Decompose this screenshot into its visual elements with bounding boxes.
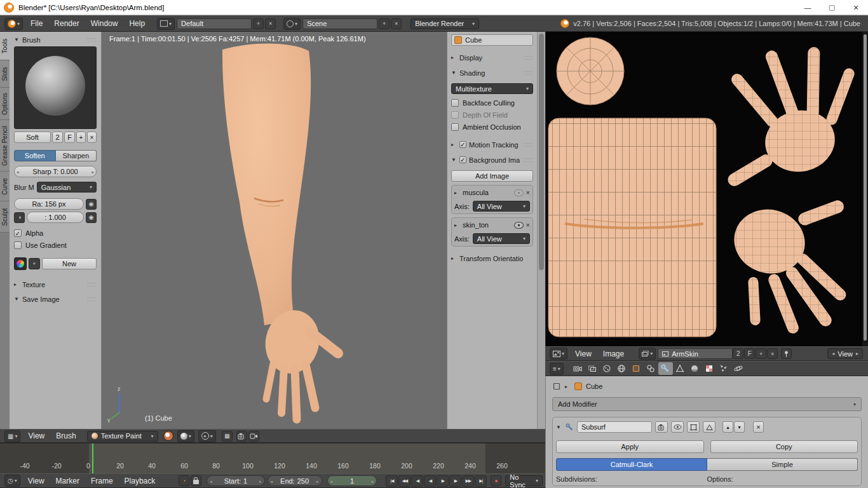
motion-tracking-panel-header[interactable]: ▸ ✓ Motion Tracking :::: — [451, 139, 533, 150]
scrollbar-thumb[interactable] — [864, 34, 867, 341]
prev-keyframe-button[interactable]: ◀◀ — [398, 475, 410, 487]
spin-left-icon[interactable]: ◂ — [17, 170, 19, 175]
mode-select[interactable]: Texture Paint ▾ — [87, 431, 158, 442]
viewport-scrollbar[interactable] — [537, 32, 545, 429]
tab-physics[interactable] — [731, 362, 746, 375]
playhead[interactable] — [92, 444, 93, 473]
tab-object[interactable] — [629, 362, 644, 375]
add-modifier-select[interactable]: Add Modifier ▾ — [552, 397, 862, 411]
modifier-show-edit-toggle[interactable] — [687, 421, 700, 433]
image-fake-user-button[interactable]: F — [744, 348, 755, 359]
tab-world[interactable] — [614, 362, 629, 375]
display-panel-header[interactable]: ▸ Display :::: — [451, 52, 533, 63]
spin-right-icon[interactable]: ▸ — [856, 351, 858, 356]
add-scene-button[interactable]: + — [379, 18, 390, 29]
unlink-brush-button[interactable]: × — [87, 132, 97, 143]
object-name-field[interactable]: Cube — [451, 34, 533, 46]
delete-scene-button[interactable]: × — [391, 18, 402, 29]
menu-image[interactable]: Image — [597, 349, 630, 358]
editor-type-button-info[interactable]: ▾ — [4, 18, 23, 30]
timeline-track[interactable]: -40 -20 0 20 40 60 80 100 120 140 160 18… — [0, 443, 545, 473]
depth-of-field-checkbox[interactable] — [451, 111, 459, 119]
new-texture-button[interactable]: New — [42, 258, 97, 269]
visibility-eye-icon[interactable] — [514, 189, 524, 196]
add-image-button[interactable]: Add Image — [451, 170, 533, 182]
spin-left-icon[interactable]: ◂ — [832, 351, 834, 356]
tab-slots[interactable]: Slots — [0, 60, 10, 88]
image-browse-button[interactable]: ▾ — [639, 348, 656, 360]
expand-modifier-icon[interactable]: ▼ — [556, 424, 562, 430]
image-editor-scrollbar[interactable] — [862, 32, 868, 346]
panel-drag-dots-icon[interactable]: :::: — [524, 141, 533, 148]
editor-type-button-properties[interactable]: ≡ ▾ — [550, 363, 564, 375]
preview-range-toggle[interactable]: ◔ — [179, 475, 189, 486]
use-gradient-checkbox[interactable] — [14, 241, 22, 249]
panel-drag-dots-icon[interactable]: :::: — [524, 156, 533, 163]
simple-toggle[interactable]: Simple — [707, 458, 858, 471]
brush-fake-user-button[interactable]: F — [64, 132, 75, 143]
catmull-clark-toggle[interactable]: Catmull-Clark — [556, 458, 707, 471]
tab-texture[interactable] — [702, 362, 717, 375]
remove-image-icon[interactable]: × — [526, 222, 530, 228]
panel-drag-dots-icon[interactable]: :::: — [87, 281, 97, 288]
delete-modifier-button[interactable]: × — [753, 421, 764, 433]
menu-help[interactable]: Help — [123, 19, 151, 28]
radius-slider[interactable]: Ra:156 px — [14, 198, 84, 210]
modifier-render-toggle[interactable] — [655, 421, 668, 433]
shading-panel-header[interactable]: ▼ Shading :::: — [451, 67, 533, 78]
background-images-panel-header[interactable]: ▼ ✓ Background Ima :::: — [451, 154, 533, 165]
sharp-threshold-slider[interactable]: ◂ Sharp T:0.000 ▸ — [14, 166, 97, 177]
blur-mode-select[interactable]: Gaussian ▾ — [37, 182, 97, 193]
backface-culling-checkbox[interactable] — [451, 99, 459, 107]
spin-right-icon[interactable]: ▸ — [92, 170, 94, 175]
image-editor-canvas[interactable] — [545, 32, 868, 346]
add-texture-slot-button[interactable]: + — [29, 258, 40, 269]
expand-icon[interactable]: ▸ — [454, 190, 460, 196]
tab-object-data[interactable] — [673, 362, 688, 375]
window-titlebar[interactable]: Blender* [C:\Users\Ryan\Desktop\Arm.blen… — [0, 0, 868, 15]
menu-view[interactable]: View — [22, 431, 50, 440]
remove-image-icon[interactable]: × — [526, 189, 530, 196]
apply-modifier-button[interactable]: Apply — [556, 440, 704, 453]
modifier-name-field[interactable]: Subsurf — [577, 421, 652, 433]
visibility-eye-icon[interactable] — [514, 222, 524, 229]
ambient-occlusion-checkbox[interactable] — [451, 123, 459, 131]
strength-pressure-toggle[interactable]: ◉ — [86, 212, 97, 223]
save-image-panel-header[interactable]: ▼ Save Image :::: — [14, 294, 97, 304]
menu-file[interactable]: File — [25, 19, 48, 28]
panel-drag-dots-icon[interactable]: :::: — [87, 36, 97, 43]
menu-marker[interactable]: Marker — [50, 477, 85, 485]
menu-playback[interactable]: Playback — [119, 477, 161, 485]
minimize-button[interactable]: — — [796, 0, 820, 15]
tab-material[interactable] — [688, 362, 702, 375]
brush-color-swatch[interactable] — [14, 257, 27, 270]
menu-brush[interactable]: Brush — [50, 431, 81, 440]
brush-color-indicator[interactable] — [163, 431, 173, 441]
tab-particles[interactable] — [717, 362, 731, 375]
brush-name-field[interactable]: Soft — [14, 132, 51, 143]
play-button[interactable]: ▶ — [437, 475, 449, 487]
opengl-render-anim-button[interactable] — [248, 431, 259, 442]
pin-image-toggle[interactable] — [781, 348, 792, 359]
shading-mode-select[interactable]: Multitexture ▾ — [451, 83, 533, 94]
panel-drag-dots-icon[interactable]: :::: — [524, 54, 533, 61]
lock-time-toggle[interactable] — [191, 475, 201, 486]
image-name-field[interactable]: ArmSkin — [658, 348, 733, 359]
current-frame-field[interactable]: ◂ 1 ▸ — [327, 475, 377, 486]
tab-render-layers[interactable] — [585, 362, 600, 375]
tab-tools[interactable]: Tools — [0, 32, 10, 60]
sharpen-toggle[interactable]: Sharpen — [56, 150, 97, 161]
rewind-button[interactable]: ◀ — [411, 475, 423, 487]
close-button[interactable]: × — [844, 0, 868, 15]
next-keyframe-button[interactable]: ▶▶ — [462, 475, 474, 487]
expand-icon[interactable]: ▸ — [454, 222, 460, 228]
radius-pressure-toggle[interactable]: ◉ — [86, 199, 97, 210]
tab-sculpt[interactable]: Sculpt — [0, 201, 10, 233]
brush-panel-header[interactable]: ▼ Brush :::: — [14, 34, 97, 45]
panel-drag-dots-icon[interactable]: :::: — [524, 69, 533, 76]
motion-tracking-checkbox[interactable]: ✓ — [459, 141, 466, 148]
tab-curve[interactable]: Curve — [0, 172, 10, 201]
menu-view[interactable]: View — [22, 477, 50, 485]
add-layout-button[interactable]: + — [253, 18, 264, 29]
editor-type-button-image[interactable]: ▾ — [550, 348, 567, 360]
